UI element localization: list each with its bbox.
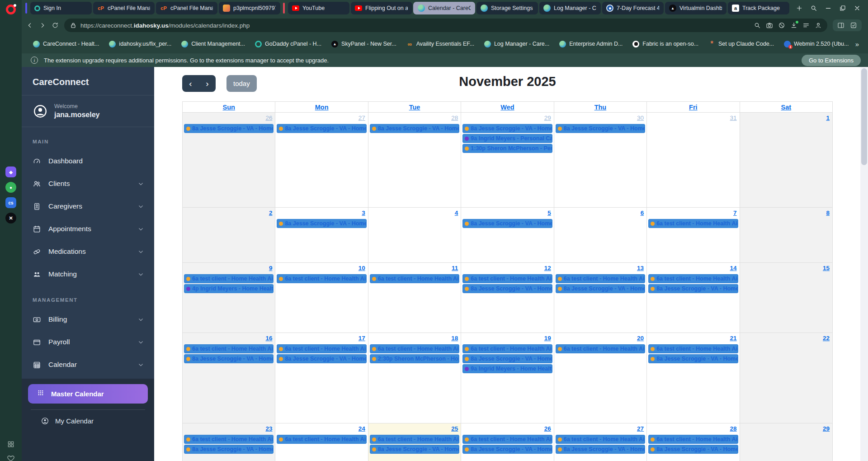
day-number[interactable]: 16 xyxy=(265,335,272,342)
day-cell-3[interactable]: 38a Jesse Scroggie - VA - Homem xyxy=(275,208,368,263)
find-in-page-icon[interactable] xyxy=(754,22,761,29)
sidebar-item-payroll[interactable]: Payroll xyxy=(22,331,154,353)
day-cell-7[interactable]: 76a test client - Home Health Aid xyxy=(647,208,740,263)
calendar-event[interactable]: 6a test client - Home Health Aid xyxy=(462,344,552,353)
today-button[interactable]: today xyxy=(226,75,257,92)
page-scrollbar[interactable] xyxy=(860,67,868,461)
day-number[interactable]: 17 xyxy=(359,335,365,342)
tab-p3plmcpnl509797-p[interactable]: p3plmcpnl509797.p xyxy=(218,2,280,14)
day-cell-15[interactable]: 15 xyxy=(740,263,833,333)
forward-button[interactable] xyxy=(39,22,46,29)
day-cell-1[interactable]: 1 xyxy=(740,113,833,208)
day-number[interactable]: 1 xyxy=(826,114,830,121)
sidebar-item-master-calendar[interactable]: Master Calendar xyxy=(28,384,148,404)
calendar-event[interactable]: 8a Jesse Scroggie - VA - Homem xyxy=(462,284,552,293)
calendar-event[interactable]: 2:30p Sheron McPherson - Hom xyxy=(370,354,459,363)
calendar-event[interactable]: 6a test client - Home Health Aid xyxy=(184,274,274,283)
scrollbar-thumb[interactable] xyxy=(861,68,867,165)
calendar-event[interactable]: 8a Jesse Scroggie - VA - Homem xyxy=(462,124,552,133)
calendar-event[interactable]: 8a Jesse Scroggie - VA - Homem xyxy=(462,219,552,228)
calendar-event[interactable]: 6a test client - Home Health Aid xyxy=(184,344,274,353)
day-cell-6[interactable]: 6 xyxy=(554,208,647,263)
calendar-event[interactable]: 8a Jesse Scroggie - VA - Homem xyxy=(277,354,366,363)
day-number[interactable]: 28 xyxy=(730,425,737,432)
calendar-event[interactable]: 6a test client - Home Health Aid xyxy=(277,274,366,283)
day-number[interactable]: 30 xyxy=(637,114,644,121)
url-field[interactable]: https://careconnect.idahosky.us/modules/… xyxy=(64,19,827,32)
day-number[interactable]: 18 xyxy=(451,335,458,342)
day-number[interactable]: 15 xyxy=(823,265,830,271)
calendar-event[interactable]: 6a test client - Home Health Aid xyxy=(370,344,459,353)
weekday-tue[interactable]: Tue xyxy=(368,102,461,113)
profile-icon[interactable] xyxy=(815,22,822,29)
calendar-event[interactable]: 9a Ingrid Meyers - Home Health xyxy=(462,364,552,373)
calendar-event[interactable]: 8a Jesse Scroggie - VA - Homem xyxy=(370,445,459,454)
content-block-icon[interactable] xyxy=(778,22,785,29)
tab-virtualmin-dashboa[interactable]: ▲Virtualmin Dashboa xyxy=(665,2,726,14)
day-number[interactable]: 27 xyxy=(359,114,365,121)
day-cell-27-other-month[interactable]: 278a Jesse Scroggie - VA - Homem xyxy=(275,113,368,208)
checklist-icon[interactable] xyxy=(850,22,857,29)
day-number[interactable]: 9 xyxy=(269,265,273,271)
calendar-event[interactable]: 6a test client - Home Health Aid xyxy=(370,435,459,444)
tab-storage-settings-c[interactable]: Storage Settings - C xyxy=(476,2,538,14)
day-cell-9[interactable]: 96a test client - Home Health Aid4p Ingr… xyxy=(183,263,275,333)
day-cell-17[interactable]: 176a test client - Home Health Aid8a Jes… xyxy=(275,333,368,423)
calendar-event[interactable]: 6a test client - Home Health Aid xyxy=(648,219,738,228)
sidebar-item-caregivers[interactable]: Caregivers xyxy=(22,195,154,218)
day-cell-8[interactable]: 8 xyxy=(740,208,833,263)
calendar-event[interactable]: 4p Ingrid Meyers - Home Health xyxy=(184,284,274,293)
weekday-fri[interactable]: Fri xyxy=(647,102,740,113)
day-cell-11[interactable]: 116a test client - Home Health Aid xyxy=(368,263,461,333)
day-cell-22[interactable]: 22 xyxy=(740,333,833,423)
bookmarks-overflow-chevron[interactable]: » xyxy=(853,40,862,48)
workspace-cs-icon[interactable]: cs xyxy=(5,197,16,208)
day-number[interactable]: 21 xyxy=(730,335,737,342)
weekday-thu[interactable]: Thu xyxy=(554,102,647,113)
day-number[interactable]: 29 xyxy=(823,425,830,432)
day-number[interactable]: 2 xyxy=(269,209,273,216)
calendar-event[interactable]: 8a Jesse Scroggie - VA - Homem xyxy=(556,124,645,133)
calendar-event[interactable]: 8a Jesse Scroggie - VA - Homem xyxy=(462,354,552,363)
day-number[interactable]: 14 xyxy=(730,265,737,271)
workspace-x-icon[interactable]: ✕ xyxy=(5,213,16,223)
day-number[interactable]: 31 xyxy=(730,114,737,121)
bookmark-set-up-claude-code[interactable]: *Set up Claude Code... xyxy=(704,38,778,50)
sidebar-item-medications[interactable]: Medications xyxy=(22,240,154,263)
day-number[interactable]: 3 xyxy=(362,209,365,216)
calendar-event[interactable]: 6a test client - Home Health Aid xyxy=(462,274,552,283)
day-cell-30-other-month[interactable]: 308a Jesse Scroggie - VA - Homem xyxy=(554,113,647,208)
bookmark-careconnect-healt[interactable]: CareConnect - Healt... xyxy=(29,38,103,50)
day-cell-10[interactable]: 106a test client - Home Health Aid xyxy=(275,263,368,333)
calendar-event[interactable]: 8a Jesse Scroggie - VA - Homem xyxy=(648,445,738,454)
day-cell-26-other-month[interactable]: 268a Jesse Scroggie - VA - Homem xyxy=(183,113,275,208)
tab-flipping-out-on-a-c[interactable]: Flipping Out on a C xyxy=(350,2,412,14)
day-cell-13[interactable]: 136a test client - Home Health Aid8a Jes… xyxy=(554,263,647,333)
sidebar-item-calendar[interactable]: Calendar xyxy=(22,353,154,376)
tab-calendar-careconnect[interactable]: Calendar - CareConnect xyxy=(413,2,475,14)
calendar-event[interactable]: 6a test client - Home Health Aid xyxy=(370,274,459,283)
day-number[interactable]: 26 xyxy=(544,425,551,432)
calendar-event[interactable]: 6a test client - Home Health Aid xyxy=(556,274,645,283)
day-cell-31-other-month[interactable]: 31 xyxy=(647,113,740,208)
day-cell-2[interactable]: 2 xyxy=(183,208,275,263)
day-number[interactable]: 20 xyxy=(637,335,644,342)
reload-button[interactable] xyxy=(52,22,59,29)
sidebar-item-billing[interactable]: Billing xyxy=(22,308,154,331)
day-number[interactable]: 4 xyxy=(455,209,458,216)
sidebar-item-dashboard[interactable]: Dashboard xyxy=(22,150,154,172)
day-cell-4[interactable]: 4 xyxy=(368,208,461,263)
day-cell-29[interactable]: 29 xyxy=(740,423,833,461)
calendar-event[interactable]: 8a Jesse Scroggie - VA - Homem xyxy=(184,354,274,363)
day-cell-20[interactable]: 206a test client - Home Health Aid xyxy=(554,333,647,423)
day-number[interactable]: 11 xyxy=(452,265,458,271)
calendar-event[interactable]: 6a test client - Home Health Aid xyxy=(648,344,738,353)
sidebar-item-my-calendar[interactable]: My Calendar xyxy=(22,411,154,430)
day-number[interactable]: 13 xyxy=(637,265,644,271)
day-cell-23[interactable]: 236a test client - Home Health Aid8a Jes… xyxy=(183,423,275,461)
calendar-event[interactable]: 9a Ingrid Meyers - Personal Car xyxy=(462,134,552,143)
calendar-event[interactable]: 8a Jesse Scroggie - VA - Homem xyxy=(556,284,645,293)
bookmark-fabric-is-an-open-so[interactable]: Fabric is an open-so... xyxy=(628,38,703,50)
maximize-button[interactable] xyxy=(839,5,846,12)
day-number[interactable]: 12 xyxy=(544,265,551,271)
